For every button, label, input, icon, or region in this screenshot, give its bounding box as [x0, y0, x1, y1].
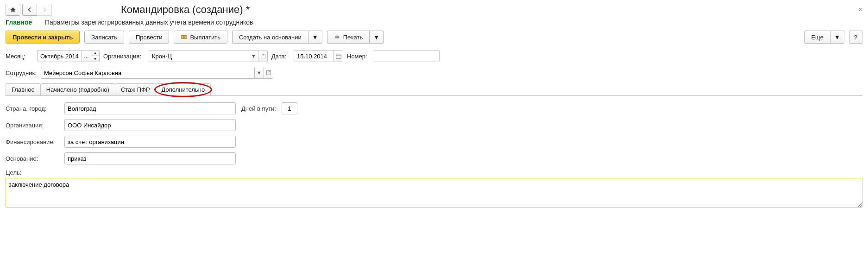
employee-label: Сотрудник: — [6, 69, 37, 76]
money-icon — [181, 34, 187, 40]
home-button[interactable] — [6, 4, 20, 16]
toolbar: Провести и закрыть Записать Провести Вып… — [6, 31, 862, 44]
org-label: Организация: — [103, 53, 145, 60]
chevron-down-icon: ▼ — [373, 34, 379, 41]
funding-label: Финансирование: — [6, 138, 59, 145]
employee-open-button[interactable] — [264, 67, 273, 78]
arrow-left-icon — [26, 6, 33, 13]
print-dropdown[interactable]: ▼ — [370, 31, 384, 44]
print-button[interactable]: Печать — [327, 31, 370, 44]
page-title: Командировка (создание) * — [121, 4, 250, 16]
date-input[interactable] — [294, 50, 333, 62]
pay-button-label: Выплатить — [190, 34, 220, 41]
nav-main[interactable]: Главное — [6, 19, 32, 26]
employee-field[interactable]: ▼ — [41, 67, 273, 79]
goal-textarea[interactable] — [6, 178, 862, 208]
tab-bar: Главное Начислено (подробно) Стаж ПФР До… — [6, 83, 862, 96]
basis-label: Основание: — [6, 155, 59, 162]
employee-dropdown-button[interactable]: ▼ — [254, 67, 264, 78]
month-input[interactable] — [38, 50, 82, 62]
country-city-label: Страна, город: — [6, 105, 59, 112]
post-and-close-button[interactable]: Провести и закрыть — [6, 31, 80, 44]
chevron-down-icon: ▼ — [834, 34, 840, 41]
create-from-button[interactable]: Создать на основании — [232, 31, 308, 44]
more-dropdown[interactable]: ▼ — [830, 31, 844, 44]
more-button[interactable]: Еще — [804, 31, 830, 44]
funding-input[interactable] — [64, 136, 236, 148]
month-up-button[interactable]: ▲ — [91, 50, 99, 56]
calendar-icon — [335, 53, 342, 59]
close-button[interactable]: × — [858, 6, 862, 14]
section-nav: Главное Параметры зарегистрированных дан… — [6, 19, 862, 26]
pay-button[interactable]: Выплатить — [174, 31, 227, 44]
month-down-button[interactable]: ▼ — [91, 56, 99, 62]
month-select-button[interactable]: … — [82, 50, 91, 62]
org-input[interactable] — [149, 50, 249, 62]
number-input[interactable] — [374, 50, 439, 62]
org-field[interactable]: ▼ — [149, 50, 268, 62]
svg-point-1 — [183, 36, 185, 38]
country-city-input[interactable] — [64, 102, 236, 114]
back-button[interactable] — [22, 4, 37, 16]
date-picker-button[interactable] — [333, 50, 343, 62]
chevron-down-icon: ▼ — [312, 34, 318, 41]
dest-org-input[interactable] — [64, 119, 236, 131]
svg-rect-6 — [336, 54, 341, 59]
arrow-right-icon — [41, 6, 48, 13]
month-label: Месяц: — [6, 53, 33, 60]
org-dropdown-button[interactable]: ▼ — [249, 50, 258, 62]
tab-additional[interactable]: Дополнительно — [156, 83, 211, 95]
date-label: Дата: — [271, 53, 290, 60]
forward-button — [37, 4, 52, 16]
help-button[interactable]: ? — [849, 31, 862, 44]
days-road-input[interactable] — [282, 102, 297, 114]
open-ref-icon — [265, 69, 272, 76]
basis-input[interactable] — [64, 152, 236, 164]
tab-pfr[interactable]: Стаж ПФР — [115, 83, 156, 95]
month-field[interactable]: … ▲ ▼ — [37, 50, 100, 62]
employee-input[interactable] — [41, 67, 254, 78]
save-button[interactable]: Записать — [84, 31, 124, 44]
goal-label: Цель: — [6, 169, 21, 176]
post-button[interactable]: Провести — [129, 31, 170, 44]
print-button-label: Печать — [343, 34, 363, 41]
svg-rect-3 — [336, 35, 338, 37]
open-ref-icon — [260, 53, 266, 59]
days-road-label: Дней в пути: — [241, 105, 276, 112]
home-icon — [10, 6, 16, 13]
tab-main[interactable]: Главное — [6, 83, 41, 95]
org-open-button[interactable] — [258, 50, 267, 62]
nav-params[interactable]: Параметры зарегистрированных данных учет… — [45, 19, 253, 26]
tab-accrued[interactable]: Начислено (подробно) — [40, 83, 115, 95]
date-field[interactable] — [294, 50, 343, 62]
number-label: Номер: — [347, 53, 370, 60]
svg-rect-4 — [336, 38, 338, 40]
dest-org-label: Организация: — [6, 122, 59, 129]
number-field[interactable] — [374, 50, 440, 62]
printer-icon — [334, 34, 340, 40]
create-from-dropdown[interactable]: ▼ — [308, 31, 322, 44]
